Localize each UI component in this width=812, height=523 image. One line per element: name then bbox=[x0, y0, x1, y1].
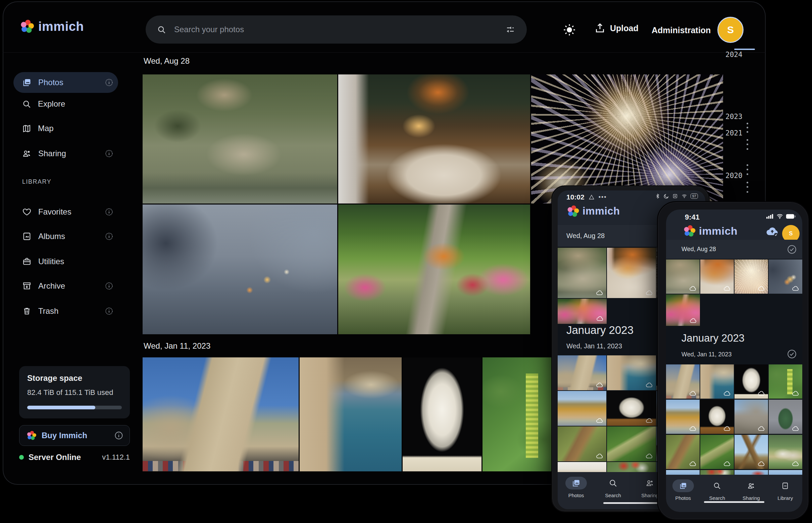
photo-houses[interactable] bbox=[769, 435, 802, 469]
search-input[interactable]: Search your photos bbox=[145, 15, 527, 43]
photo-tree[interactable] bbox=[769, 400, 802, 434]
photo-dinner[interactable] bbox=[607, 248, 656, 298]
photo-autumn[interactable] bbox=[338, 204, 530, 334]
photo-lizard2[interactable] bbox=[607, 427, 656, 461]
phone-b-header: 9:41 bbox=[666, 210, 802, 240]
app-logo[interactable]: immich bbox=[19, 19, 84, 34]
nav-tab-library[interactable]: Library bbox=[768, 475, 802, 512]
photo-autumn[interactable] bbox=[666, 294, 700, 326]
search-placeholder: Search your photos bbox=[174, 25, 505, 34]
more-dots-icon: ••• bbox=[599, 194, 607, 201]
sidebar-item-favorites[interactable]: Favorites bbox=[13, 201, 118, 222]
photo-fortress[interactable] bbox=[558, 355, 606, 390]
storage-title: Storage space bbox=[27, 374, 122, 383]
photo-fireworks[interactable] bbox=[531, 74, 723, 203]
photo-coastal[interactable] bbox=[607, 355, 656, 390]
photo-cliff[interactable] bbox=[558, 391, 606, 426]
sharing-people-icon bbox=[22, 149, 32, 158]
storage-progress-bar bbox=[27, 405, 122, 409]
cloud-sync-icon[interactable] bbox=[765, 226, 780, 238]
timeline-dot bbox=[746, 191, 748, 193]
photo-white[interactable] bbox=[558, 462, 606, 472]
photo-row bbox=[143, 74, 723, 203]
sidebar-item-albums[interactable]: Albums bbox=[13, 226, 118, 247]
info-icon[interactable] bbox=[105, 208, 114, 216]
timeline-year[interactable]: 2024 bbox=[725, 51, 749, 59]
photo-cliff[interactable] bbox=[666, 400, 699, 434]
administration-link[interactable]: Administration bbox=[652, 25, 711, 35]
photo-monkeys[interactable] bbox=[666, 259, 699, 294]
photo-lizard2[interactable] bbox=[700, 435, 734, 469]
photo-autumn[interactable] bbox=[558, 299, 607, 324]
search-filters-icon[interactable] bbox=[505, 24, 515, 35]
upload-button[interactable]: Upload bbox=[594, 22, 639, 34]
photo-berries[interactable] bbox=[483, 357, 560, 471]
photo-fireworks[interactable] bbox=[735, 259, 768, 294]
photo-flowers[interactable] bbox=[607, 462, 656, 472]
photo-bust[interactable] bbox=[403, 357, 482, 471]
info-icon[interactable] bbox=[105, 307, 114, 315]
buy-immich-label: Buy Immich bbox=[41, 431, 87, 440]
photo-fortress[interactable] bbox=[666, 364, 699, 399]
sidebar-item-explore[interactable]: Explore bbox=[13, 93, 118, 114]
photo-coastal[interactable] bbox=[700, 364, 734, 399]
sidebar-item-sharing[interactable]: Sharing bbox=[13, 143, 118, 164]
select-all-check-icon[interactable] bbox=[787, 349, 797, 359]
photo-flowers[interactable] bbox=[700, 470, 734, 475]
sidebar-item-utilities[interactable]: Utilities bbox=[13, 251, 118, 272]
timeline-year[interactable]: 2023 bbox=[725, 113, 749, 121]
info-icon[interactable] bbox=[105, 282, 114, 290]
sidebar-item-map[interactable]: Map bbox=[13, 118, 118, 139]
timeline-year[interactable]: 2020 bbox=[725, 172, 749, 180]
photo-grid bbox=[666, 364, 802, 399]
nav-tab-label: Library bbox=[777, 495, 793, 501]
battery-icon bbox=[786, 214, 796, 219]
search-icon bbox=[609, 479, 617, 487]
sidebar-item-photos[interactable]: Photos bbox=[13, 72, 118, 93]
select-all-check-icon[interactable] bbox=[787, 245, 797, 254]
app-logo-wordmark: immich bbox=[583, 205, 620, 217]
photo-bluesky[interactable] bbox=[666, 470, 699, 475]
server-status-label: Server Online bbox=[29, 453, 81, 462]
photo-dinner[interactable] bbox=[338, 74, 530, 203]
photo-bust[interactable] bbox=[735, 364, 768, 399]
photo-sculpture[interactable] bbox=[607, 391, 656, 426]
sidebar-item-archive[interactable]: Archive bbox=[13, 275, 118, 296]
photo-hands[interactable] bbox=[143, 204, 337, 334]
info-icon[interactable] bbox=[105, 149, 114, 158]
info-icon[interactable] bbox=[114, 431, 123, 440]
theme-toggle-button[interactable] bbox=[563, 23, 576, 37]
photo-fortress[interactable] bbox=[143, 357, 299, 471]
buy-immich-button[interactable]: Buy Immich bbox=[19, 425, 130, 446]
nav-tab-photos[interactable]: Photos bbox=[558, 472, 594, 509]
nav-tab-photos[interactable]: Photos bbox=[666, 475, 700, 512]
info-icon[interactable] bbox=[105, 78, 114, 87]
nav-tab-sharing[interactable]: Sharing bbox=[734, 475, 768, 512]
nav-tab-search[interactable]: Search bbox=[700, 475, 735, 512]
photo-ruins[interactable] bbox=[735, 400, 768, 434]
trash-icon bbox=[22, 306, 32, 316]
photo-row bbox=[143, 357, 560, 471]
photo-lizard[interactable] bbox=[666, 435, 699, 469]
photo-dinner[interactable] bbox=[700, 259, 734, 294]
photo-hands[interactable] bbox=[769, 259, 802, 294]
photo-monkeys[interactable] bbox=[143, 74, 337, 203]
photo-bluesky2[interactable] bbox=[735, 470, 768, 475]
avatar-initial: S bbox=[727, 24, 734, 36]
photo-bridge[interactable] bbox=[735, 435, 768, 469]
home-indicator[interactable] bbox=[704, 501, 764, 503]
sidebar-item-trash[interactable]: Trash bbox=[13, 301, 118, 322]
home-indicator[interactable] bbox=[603, 502, 660, 504]
photo-berries[interactable] bbox=[769, 364, 802, 399]
photo-coastal[interactable] bbox=[300, 357, 402, 471]
timeline-year[interactable]: 2021 bbox=[725, 129, 749, 137]
sidebar-item-label: Albums bbox=[38, 232, 65, 241]
info-icon[interactable] bbox=[105, 232, 114, 241]
photo-monkeys[interactable] bbox=[558, 248, 606, 298]
storage-progress-fill bbox=[27, 405, 95, 409]
cloud-backup-icon bbox=[689, 390, 696, 396]
photo-lizard[interactable] bbox=[558, 427, 606, 461]
photo-sculpture[interactable] bbox=[700, 400, 734, 434]
user-avatar[interactable]: S bbox=[718, 17, 744, 43]
photo-bluesky[interactable] bbox=[769, 470, 802, 475]
